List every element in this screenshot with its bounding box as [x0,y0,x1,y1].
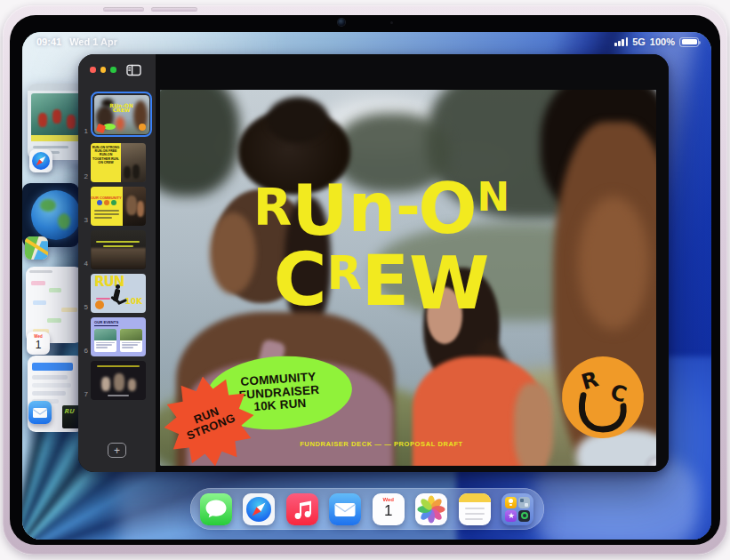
keynote-window: Run-On Crew Deck [78,54,669,472]
sidebar-toggle-button[interactable] [124,62,142,77]
dock-messages-icon[interactable] [200,493,232,525]
minimize-window-button[interactable] [100,67,107,73]
slide-thumbnail-7[interactable] [91,361,146,400]
fullscreen-window-button[interactable] [110,67,116,73]
slide-thumbnail-3[interactable]: OUR COMMUNITY [91,187,146,226]
ipad-device: 09:41 Wed 1 Apr 5G 100% [0,0,730,560]
close-window-button[interactable] [90,67,96,73]
slide-caption[interactable]: FUNDRAISER DECK — — PROPOSAL DRAFT [160,440,603,448]
slide-title[interactable]: RUn-ON CREW [235,175,528,317]
maps-mini-icon[interactable] [25,236,48,260]
slide-photo[interactable]: RUn-ON CREW COMMUNITY FUNDRAISER 10K RUN… [160,90,656,466]
window-controls[interactable] [90,67,116,73]
battery-percent: 100% [650,36,675,47]
front-camera [338,19,345,26]
slide-row-7: 7 [78,361,146,400]
device-frame: 09:41 Wed 1 Apr 5G 100% [3,5,727,555]
slide-thumbnail-1-selected[interactable]: RUn-ONCREW [91,92,152,137]
slide-number: 1 [78,127,91,137]
dock-safari-icon[interactable] [243,493,275,525]
status-bar: 09:41 Wed 1 Apr 5G 100% [22,36,711,50]
slide-row-5: 5 RUN 10K [78,274,146,313]
dock-notes-icon[interactable] [459,493,491,525]
signal-icon [614,37,628,46]
calendar-mini-icon[interactable]: Wed 1 [27,332,50,355]
add-slide-button[interactable]: + [108,443,126,458]
slide-row-1: 1 RUn-ONCREW [78,92,152,137]
svg-text:C: C [607,380,630,408]
volume-button[interactable] [103,7,144,12]
top-button[interactable] [151,7,197,12]
network-label: 5G [632,36,646,47]
dock-calendar-icon[interactable]: Wed 1 [373,493,405,525]
slide-canvas[interactable]: RUn-ON CREW COMMUNITY FUNDRAISER 10K RUN… [156,54,669,472]
slide-thumbnail-4[interactable] [91,230,146,269]
svg-text:R: R [579,366,601,395]
slide-row-6: 6 OUR EVENTS [78,317,146,356]
slide-thumbnail-6[interactable]: OUR EVENTS [91,317,146,356]
page-curl [643,452,656,466]
screen: 09:41 Wed 1 Apr 5G 100% [22,32,711,540]
rc-smiley-badge[interactable]: R C [558,352,647,442]
dock-app-library-icon[interactable]: ★ [501,493,533,525]
battery-icon [679,37,699,47]
dock-mail-icon[interactable] [329,493,361,525]
mic-dot [390,21,393,24]
status-time: 09:41 [36,36,61,47]
slide-row-2: 2 RUN-ON STRONG RUN-ON FREE RUN-ON TOGET… [78,143,146,182]
status-date: Wed 1 Apr [69,36,117,47]
slide-row-4: 4 [78,230,146,269]
slide-thumbnail-5[interactable]: RUN 10K [91,274,146,313]
slide-thumbnail-2[interactable]: RUN-ON STRONG RUN-ON FREE RUN-ON TOGETHE… [91,143,146,182]
slide-row-3: 3 OUR COMMUNITY [78,187,146,226]
dock: Wed 1 [190,488,544,530]
dock-photos-icon[interactable] [415,493,447,525]
dock-music-icon[interactable] [286,493,318,525]
mail-mini-icon[interactable] [28,401,52,424]
safari-mini-icon[interactable] [29,149,52,172]
